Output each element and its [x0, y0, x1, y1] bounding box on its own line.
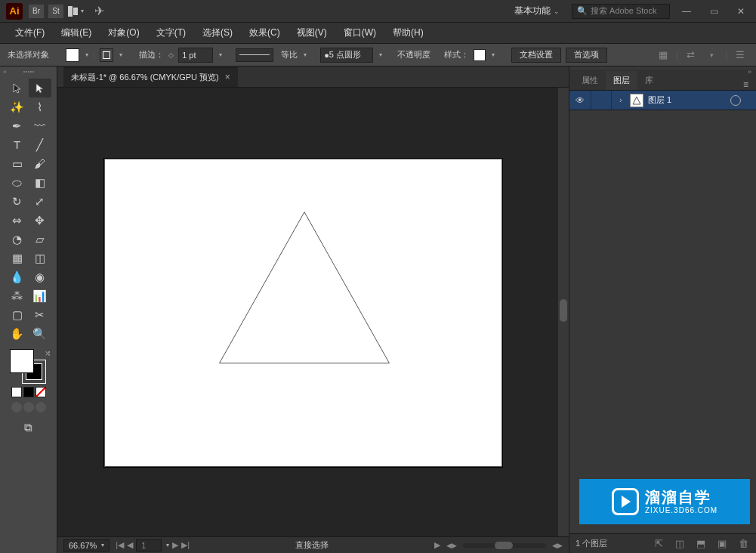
chevron-down-icon[interactable]: ▾ — [119, 51, 122, 58]
artboard-nav-input[interactable]: 1 — [136, 539, 162, 551]
type-tool[interactable]: T — [6, 135, 29, 154]
visibility-toggle-icon[interactable]: 👁 — [574, 95, 586, 106]
layer-name[interactable]: 图层 1 — [648, 94, 726, 106]
arrange-docs-icon[interactable]: ▾ — [68, 6, 84, 17]
preferences-button[interactable]: 首选项 — [566, 48, 607, 63]
tab-layers[interactable]: 图层 — [606, 71, 637, 90]
align-icon[interactable]: ▦ — [655, 48, 671, 63]
slice-tool[interactable]: ✂ — [29, 305, 51, 324]
menu-file[interactable]: 文件(F) — [8, 23, 52, 42]
tab-libraries[interactable]: 库 — [637, 71, 661, 90]
draw-inside[interactable] — [35, 402, 46, 412]
bridge-icon[interactable]: Br — [29, 5, 44, 18]
menu-effect[interactable]: 效果(C) — [242, 23, 288, 42]
scrollbar-thumb[interactable] — [560, 299, 567, 322]
make-clipping-mask-icon[interactable]: ◫ — [673, 538, 687, 549]
close-button[interactable]: ✕ — [732, 4, 750, 19]
chevron-down-icon[interactable]: ▾ — [304, 51, 307, 58]
blend-tool[interactable]: ◉ — [29, 267, 51, 286]
chevron-down-icon[interactable]: ▾ — [379, 51, 382, 58]
menu-help[interactable]: 帮助(H) — [385, 23, 431, 42]
draw-behind[interactable] — [23, 402, 34, 412]
panel-menu-icon[interactable]: ≡ — [736, 79, 756, 90]
none-mode[interactable] — [35, 387, 46, 397]
swap-fill-stroke-icon[interactable]: ⤭ — [45, 349, 51, 357]
nav-arrows-icon[interactable]: ◀▶ — [552, 542, 563, 549]
expand-layer-icon[interactable]: › — [616, 96, 625, 104]
eraser-tool[interactable]: ◧ — [29, 173, 51, 192]
fill-swatch[interactable] — [66, 48, 79, 62]
perspective-tool[interactable]: ▱ — [29, 230, 51, 249]
fill-stroke-control[interactable]: ⤭ — [10, 349, 48, 384]
nav-arrows-icon[interactable]: ◀▶ — [446, 542, 457, 549]
next-artboard-icon[interactable]: ▶ — [172, 540, 178, 550]
lasso-tool[interactable]: ⌇ — [29, 97, 51, 116]
play-icon[interactable]: ▶ — [434, 540, 440, 550]
menu-select[interactable]: 选择(S) — [195, 23, 240, 42]
panel-grip[interactable] — [14, 71, 44, 76]
chevron-down-icon[interactable]: ▾ — [492, 51, 495, 58]
zoom-tool[interactable]: 🔍 — [29, 324, 51, 343]
scale-tool[interactable]: ⤢ — [29, 192, 51, 211]
stepper-icon[interactable]: ◇ — [168, 51, 174, 59]
menu-type[interactable]: 文字(T) — [149, 23, 193, 42]
stock-search-input[interactable]: 🔍 搜索 Adobe Stock — [572, 4, 670, 19]
create-sublayer-icon[interactable]: ⬒ — [694, 538, 708, 549]
color-mode[interactable] — [11, 387, 22, 397]
hand-tool[interactable]: ✋ — [6, 324, 29, 343]
last-artboard-icon[interactable]: ▶| — [181, 540, 190, 550]
fill-color[interactable] — [10, 349, 34, 373]
delete-layer-icon[interactable]: 🗑 — [736, 538, 750, 549]
rotate-tool[interactable]: ↻ — [6, 192, 29, 211]
opacity-label[interactable]: 不透明度 — [397, 49, 430, 60]
close-tab-icon[interactable]: × — [225, 72, 230, 82]
eyedropper-tool[interactable]: 💧 — [6, 267, 29, 286]
line-tool[interactable]: ╱ — [29, 135, 51, 154]
paintbrush-tool[interactable]: 🖌 — [29, 154, 51, 173]
workspace-switcher[interactable]: 基本功能 — [514, 5, 551, 17]
gradient-tool[interactable]: ◫ — [29, 249, 51, 267]
shaper-tool[interactable]: ⬭ — [6, 173, 29, 192]
collapse-icon[interactable]: » — [748, 68, 751, 76]
chevron-down-icon[interactable]: ▾ — [219, 51, 222, 58]
document-setup-button[interactable]: 文档设置 — [511, 48, 561, 63]
maximize-button[interactable]: ▭ — [705, 4, 723, 19]
vertical-scrollbar[interactable] — [558, 88, 569, 536]
canvas-viewport[interactable] — [57, 88, 569, 536]
menu-object[interactable]: 对象(O) — [100, 23, 147, 42]
prev-artboard-icon[interactable]: ◀ — [127, 540, 133, 550]
chevron-down-icon[interactable]: ⌄ — [554, 8, 560, 15]
first-artboard-icon[interactable]: |◀ — [116, 540, 124, 550]
stroke-weight-input[interactable]: 1 pt — [178, 48, 213, 63]
curvature-tool[interactable]: 〰 — [29, 116, 51, 135]
chevron-down-icon[interactable]: ▾ — [704, 48, 721, 63]
selection-tool[interactable] — [6, 79, 29, 97]
menu-window[interactable]: 窗口(W) — [336, 23, 384, 42]
zoom-level-input[interactable]: 66.67%▾ — [63, 539, 110, 551]
stroke-profile[interactable] — [236, 48, 273, 62]
menu-view[interactable]: 视图(V) — [289, 23, 335, 42]
style-swatch[interactable] — [474, 49, 486, 61]
rectangle-tool[interactable]: ▭ — [6, 154, 29, 173]
screen-mode[interactable]: ⧉ — [19, 420, 39, 435]
minimize-button[interactable]: ― — [677, 4, 696, 19]
layer-row[interactable]: 👁 › 图层 1 — [569, 91, 756, 110]
chevron-down-icon[interactable]: ▾ — [85, 51, 88, 58]
new-layer-icon[interactable]: ▣ — [715, 538, 729, 549]
scrollbar-thumb[interactable] — [495, 542, 513, 549]
free-transform-tool[interactable]: ✥ — [29, 211, 51, 230]
horizontal-scrollbar[interactable] — [463, 543, 546, 548]
document-tab[interactable]: 未标题-1* @ 66.67% (CMYK/GPU 预览) × — [63, 67, 238, 87]
gradient-mode[interactable] — [23, 387, 34, 397]
symbol-sprayer-tool[interactable]: ⁂ — [6, 286, 29, 305]
mesh-tool[interactable]: ▦ — [6, 249, 29, 267]
stroke-swatch[interactable] — [100, 48, 113, 62]
locate-object-icon[interactable]: ⇱ — [652, 538, 665, 549]
collapse-icon[interactable]: « — [3, 68, 7, 76]
draw-normal[interactable] — [11, 402, 22, 412]
column-graph-tool[interactable]: 📊 — [29, 286, 51, 305]
shape-builder-tool[interactable]: ◔ — [6, 230, 29, 249]
artboard[interactable] — [104, 159, 502, 467]
artboard-tool[interactable]: ▢ — [6, 305, 29, 324]
menu-edit[interactable]: 编辑(E) — [54, 23, 99, 42]
